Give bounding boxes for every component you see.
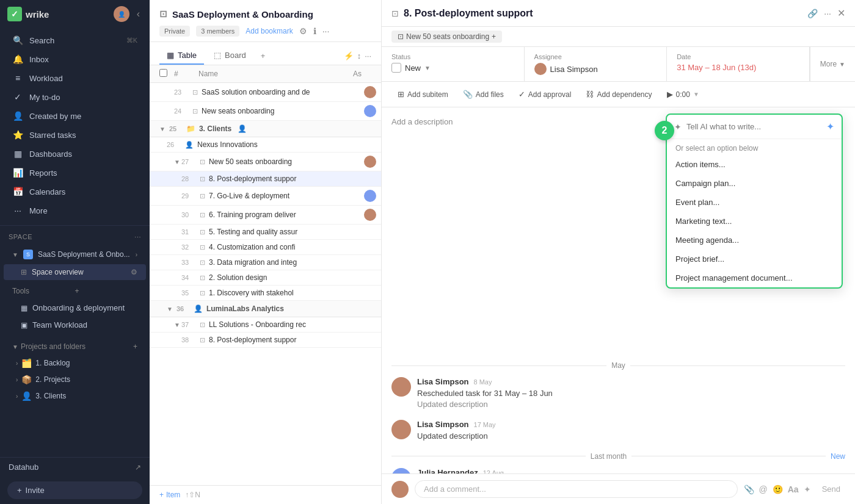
- ai-option-project-management-doc[interactable]: Project management document...: [667, 268, 842, 287]
- ai-comment-icon[interactable]: ✦: [804, 484, 811, 494]
- sidebar-item-reports[interactable]: 📊 Reports: [4, 164, 146, 182]
- tool-label: Team Workload: [32, 320, 87, 329]
- ai-option-event-plan[interactable]: Event plan...: [667, 193, 842, 212]
- tab-board[interactable]: ⬚ Board: [206, 47, 253, 65]
- text-format-icon[interactable]: Aa: [788, 484, 799, 494]
- attachment-icon[interactable]: 📎: [744, 484, 754, 494]
- settings-icon[interactable]: ⚙: [299, 26, 307, 36]
- add-bookmark-link[interactable]: Add bookmark: [246, 27, 293, 35]
- table-row[interactable]: 33 ⊡ 3. Data migration and integ: [150, 255, 381, 270]
- table-section-row[interactable]: ▼ 36 👤 LuminaLabs Analytics: [150, 301, 381, 317]
- sort-icon[interactable]: ↕: [357, 51, 362, 60]
- ellipsis-icon[interactable]: ···: [322, 26, 330, 36]
- new-label: New: [831, 452, 845, 461]
- ai-option-meeting-agenda[interactable]: Meeting agenda...: [667, 231, 842, 250]
- folder-item-projects[interactable]: › 📦 2. Projects: [4, 372, 146, 387]
- space-item-saas[interactable]: ▼ S SaaS Deployment & Onbo... ›: [4, 246, 146, 263]
- sidebar-item-created-by-me[interactable]: 👤 Created by me: [4, 107, 146, 125]
- table-row[interactable]: 28 ⊡ 8. Post-deployment suppor: [150, 171, 381, 187]
- table-row[interactable]: 29 ⊡ 7. Go-Live & deployment: [150, 187, 381, 206]
- row-number: 30: [181, 211, 200, 218]
- timer-button[interactable]: ▶ 0:00 ▼: [661, 87, 705, 102]
- ai-dropdown: ✦ ✦ Or select an option below Action ite…: [666, 113, 843, 289]
- table-row[interactable]: ▼ 27 ⊡ New 50 seats onboarding: [150, 153, 381, 171]
- ai-option-campaign-plan[interactable]: Campaign plan...: [667, 174, 842, 193]
- add-tool-icon[interactable]: +: [75, 287, 138, 295]
- person-icon: 👤: [238, 124, 247, 133]
- add-dependency-label: Add dependency: [597, 90, 652, 99]
- sidebar-item-starred[interactable]: ⭐ Starred tasks: [4, 126, 146, 144]
- add-dependency-button[interactable]: ⛓ Add dependency: [580, 87, 658, 102]
- assignee-name: Lisa Simpson: [550, 65, 598, 74]
- breadcrumb-tag[interactable]: ⊡ New 50 seats onboarding +: [391, 31, 502, 43]
- add-item-bar[interactable]: + Item ↑⇧N: [150, 485, 381, 504]
- tool-item-onboarding[interactable]: ▦ Onboarding & deployment: [4, 300, 146, 316]
- add-files-button[interactable]: 📎 Add files: [457, 87, 510, 102]
- select-all-checkbox[interactable]: [159, 69, 167, 77]
- filter-icon[interactable]: ⚡: [344, 51, 354, 60]
- tab-table[interactable]: ▦ Table: [159, 47, 204, 65]
- ai-option-action-items[interactable]: Action items...: [667, 155, 842, 174]
- table-row[interactable]: ▼ 37 ⊡ LL Solutions - Onboarding rec: [150, 317, 381, 333]
- space-more-icon[interactable]: ···: [134, 233, 141, 240]
- more-fields-button[interactable]: More ▼: [810, 47, 855, 81]
- row-name: ⊡ 4. Customization and confi: [200, 243, 376, 251]
- mention-icon[interactable]: @: [759, 484, 768, 494]
- date-value[interactable]: 31 May – 18 Jun (13d): [677, 63, 799, 72]
- sidebar-item-workload[interactable]: ≡ Workload: [4, 69, 146, 87]
- ai-option-project-brief[interactable]: Project brief...: [667, 250, 842, 268]
- table-row[interactable]: 30 ⊡ 6. Training program deliver: [150, 206, 381, 225]
- add-subitem-button[interactable]: ⊞ Add subitem: [391, 87, 454, 102]
- tab-label: Board: [225, 51, 246, 60]
- gear-icon[interactable]: ⚙: [131, 268, 137, 276]
- sidebar-collapse-button[interactable]: ‹: [134, 7, 142, 21]
- calendar-icon: 📅: [12, 187, 23, 196]
- ai-option-marketing-text[interactable]: Marketing text...: [667, 212, 842, 231]
- task-icon: ⊡: [192, 107, 198, 115]
- table-row[interactable]: 23 ⊡ SaaS solution onboarding and de: [150, 83, 381, 102]
- table-row[interactable]: 32 ⊡ 4. Customization and confi: [150, 240, 381, 255]
- sidebar-item-search[interactable]: 🔍 Search ⌘K: [4, 31, 146, 49]
- table-row[interactable]: 34 ⊡ 2. Solution design: [150, 270, 381, 286]
- comment-input[interactable]: [415, 480, 738, 498]
- table-row[interactable]: 35 ⊡ 1. Discovery with stakehol: [150, 286, 381, 301]
- close-icon[interactable]: ✕: [837, 7, 845, 19]
- ai-text-input[interactable]: [686, 122, 821, 131]
- add-approval-button[interactable]: ✓ Add approval: [512, 87, 578, 102]
- sidebar-item-dashboards[interactable]: ▦ Dashboards: [4, 145, 146, 163]
- send-button[interactable]: Send: [817, 482, 845, 496]
- table-options-icon[interactable]: ···: [365, 51, 371, 60]
- table-row[interactable]: 24 ⊡ New seats onboarding: [150, 102, 381, 121]
- tool-item-team-workload[interactable]: ▣ Team Workload: [4, 317, 146, 333]
- emoji-icon[interactable]: 🙂: [773, 484, 783, 494]
- space-overview-item[interactable]: ⊞ Space overview ⚙: [4, 264, 146, 280]
- folder-item-clients[interactable]: › 👤 3. Clients: [4, 388, 146, 404]
- sidebar-item-calendars[interactable]: 📅 Calendars: [4, 182, 146, 201]
- assignee-value[interactable]: Lisa Simpson: [534, 63, 657, 75]
- sidebar-item-more[interactable]: ··· More: [4, 201, 146, 220]
- avatar[interactable]: 👤: [114, 6, 129, 22]
- link-icon[interactable]: 🔗: [807, 9, 818, 18]
- grid-icon: ▦: [21, 304, 27, 312]
- table-row[interactable]: 31 ⊡ 5. Testing and quality assur: [150, 225, 381, 240]
- datahub-item[interactable]: Datahub ↗: [0, 457, 150, 477]
- invite-button[interactable]: + Invite: [7, 481, 142, 499]
- row-name: ⊡ New 50 seats onboarding: [200, 157, 364, 166]
- add-breadcrumb-icon[interactable]: +: [492, 32, 496, 41]
- task-detail-header: ⊡ 8. Post-deployment support 🔗 ··· ✕: [382, 0, 855, 27]
- more-options-icon[interactable]: ···: [824, 9, 831, 18]
- comment-tools: 📎 @ 🙂 Aa ✦: [744, 484, 811, 494]
- table-section-row[interactable]: ▼ 25 📁 3. Clients 👤: [150, 121, 381, 137]
- table-row[interactable]: 26 👤 Nexus Innovations: [150, 137, 381, 153]
- sidebar-item-inbox[interactable]: 🔔 Inbox: [4, 50, 146, 68]
- ai-option-label: Or select an option below: [667, 139, 842, 155]
- status-value[interactable]: New ▼: [391, 63, 514, 73]
- row-name: ⊡ New seats onboarding: [192, 107, 364, 115]
- add-project-icon[interactable]: +: [133, 342, 137, 351]
- sidebar-item-my-todo[interactable]: ✓ My to-do: [4, 88, 146, 106]
- folder-item-backlog[interactable]: › 🗂️ 1. Backlog: [4, 355, 146, 371]
- right-panel: ⊡ 8. Post-deployment support 🔗 ··· ✕ ⊡ N…: [382, 0, 855, 504]
- add-view-icon[interactable]: +: [256, 48, 271, 64]
- table-row[interactable]: 38 ⊡ 8. Post-deployment suppor: [150, 333, 381, 348]
- info-icon[interactable]: ℹ: [313, 26, 316, 36]
